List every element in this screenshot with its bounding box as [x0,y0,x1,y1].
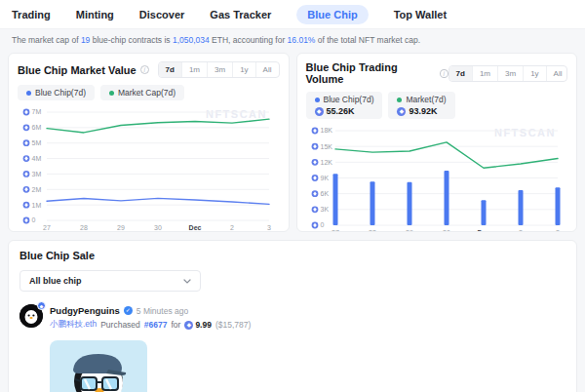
nav-discover[interactable]: Discover [139,9,184,20]
market-value-card: Blue Chip Market Value i 7d 1m 3m 1y All… [8,53,290,232]
legend-value: 55.26K [327,106,355,116]
eth-icon: ◆ [397,107,406,116]
svg-text:29: 29 [406,229,413,232]
nav-gas-tracker[interactable]: Gas Tracker [210,9,271,20]
nav-minting[interactable]: Minting [76,9,114,20]
svg-text:15K: 15K [320,143,332,150]
green-dot-icon [109,91,114,96]
svg-text:18K: 18K [320,127,332,134]
legend-label: Blue Chip(7d) [324,95,374,104]
nav-blue-chip[interactable]: Blue Chip [296,5,368,24]
token-id-link[interactable]: #6677 [144,320,168,330]
svg-text:6K: 6K [320,190,329,197]
banner-contract-count: 19 [81,35,90,45]
eth-chain-badge-icon: ◆ [37,301,46,310]
chevron-down-icon [183,279,191,284]
info-icon[interactable]: i [140,65,149,74]
range-1y[interactable]: 1y [232,62,254,77]
svg-text:Dec: Dec [477,229,489,232]
sale-card-title: Blue Chip Sale [20,250,566,261]
price-eth: 9.99 [195,320,212,330]
legend-blue-chip[interactable]: Blue Chip(7d) [18,85,95,100]
collection-name[interactable]: PudgyPenguins [50,305,120,316]
banner-eth-amount: 1,050,034 [173,35,210,45]
banner-text: The market cap of [12,35,81,45]
action-text: Purchased [100,320,140,330]
svg-text:27: 27 [332,229,339,232]
blue-dot-icon [26,91,31,96]
svg-text:2: 2 [519,229,523,232]
range-all[interactable]: All [255,62,279,77]
svg-text:3K: 3K [320,206,329,213]
green-dot-icon [397,98,402,102]
legend-value: 93.92K [409,106,437,116]
svg-text:Dec: Dec [189,224,202,231]
dropdown-selected-value: All blue chip [29,276,82,286]
eth-icon: ◆ [184,321,193,330]
eth-icon: ◆ [315,107,324,116]
trading-volume-chart: NFTSCAN03K6K9K12K15K18K27282930Dec23 [306,121,568,232]
svg-text:0: 0 [320,221,324,228]
collection-filter-dropdown[interactable]: All blue chip [20,270,201,292]
range-3m[interactable]: 3m [497,66,523,81]
range-7d[interactable]: 7d [159,62,181,77]
blue-chip-sale-card: Blue Chip Sale All blue chip ◆ PudgyPeng… [8,240,577,392]
nav-top-wallet[interactable]: Top Wallet [394,9,447,20]
price-usd: ($15,787) [215,320,251,330]
range-1y[interactable]: 1y [523,66,545,81]
pudgy-penguin-artwork [50,340,147,392]
legend-market-cap[interactable]: Market Cap(7d) [100,85,184,100]
svg-text:3M: 3M [32,171,42,177]
nft-image[interactable] [50,340,147,392]
svg-text:3: 3 [556,229,560,232]
svg-text:6M: 6M [32,124,42,131]
trading-volume-title: Blue Chip Trading Volume [306,61,436,85]
top-nav: Trading Minting Discover Gas Tracker Blu… [0,0,585,29]
range-all[interactable]: All [546,66,567,81]
svg-text:30: 30 [154,224,162,231]
range-1m[interactable]: 1m [472,66,497,81]
info-icon[interactable]: i [440,69,448,78]
verified-badge-icon: ✓ [124,306,133,315]
sale-list-item[interactable]: ◆ PudgyPenguins ✓ 5 Minutes ago 小鹏科技.eth… [20,304,566,331]
banner-text: blue-chip contracts is [90,35,173,45]
svg-text:NFTSCAN: NFTSCAN [206,108,267,120]
market-value-chart: NFTSCAN01M2M3M4M5M6M7M27282930Dec23 [18,102,280,232]
trading-volume-card: Blue Chip Trading Volume i 7d 1m 3m 1y A… [296,53,578,232]
range-1m[interactable]: 1m [181,62,207,77]
legend-label: Market Cap(7d) [118,88,176,98]
svg-text:5M: 5M [32,139,42,146]
svg-text:28: 28 [369,229,376,232]
svg-text:29: 29 [117,224,125,231]
legend-blue-chip-volume[interactable]: Blue Chip(7d) ◆55.26K [306,92,383,119]
svg-text:30: 30 [443,229,450,232]
legend-market-volume[interactable]: Market(7d) ◆93.92K [388,92,454,119]
market-value-range-group: 7d 1m 3m 1y All [158,61,280,78]
svg-text:2M: 2M [32,186,42,193]
banner-text: of the total NFT market cap. [315,35,420,45]
market-cap-banner: The market cap of 19 blue-chip contracts… [0,29,585,49]
svg-text:3: 3 [267,224,271,231]
svg-text:27: 27 [43,224,51,231]
svg-text:4M: 4M [32,155,42,162]
range-7d[interactable]: 7d [449,66,472,81]
trading-volume-range-group: 7d 1m 3m 1y All [448,65,567,82]
svg-text:0: 0 [32,216,36,223]
svg-text:1M: 1M [32,202,42,209]
market-value-title: Blue Chip Market Value [18,64,136,76]
banner-percent: 16.01% [288,35,316,45]
svg-text:NFTSCAN: NFTSCAN [493,127,555,138]
svg-text:28: 28 [80,224,88,231]
legend-label: Market(7d) [406,95,446,104]
svg-text:9K: 9K [320,175,329,181]
banner-text: ETH, accounting for [210,35,288,45]
svg-text:12K: 12K [320,159,332,166]
blue-dot-icon [315,98,320,102]
svg-text:7M: 7M [32,108,42,115]
range-3m[interactable]: 3m [207,62,232,77]
sale-time: 5 Minutes ago [136,306,188,316]
legend-label: Blue Chip(7d) [35,88,86,98]
svg-text:2: 2 [230,224,234,231]
nav-trading[interactable]: Trading [12,9,51,20]
buyer-name-link[interactable]: 小鹏科技.eth [50,319,97,331]
